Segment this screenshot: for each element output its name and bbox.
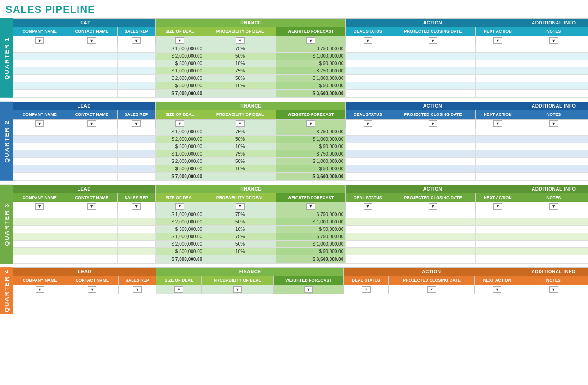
table-row: $ 500,000.0010%$ 50,000.00 [13, 143, 588, 150]
filter-dropdown-2[interactable]: ▼ [133, 286, 142, 293]
filter-row[interactable]: ▼▼▼▼▼▼▼▼▼▼ [13, 285, 588, 294]
table-row: $ 2,000,000.0050%$ 1,000,000.00 [13, 74, 588, 82]
sub-header-row: COMPANY NAMECONTACT NAMESALES REPSIZE OF… [13, 193, 588, 202]
quarter-3-block: QUARTER 3LEADFINANCEACTIONADDITIONAL INF… [0, 185, 588, 264]
filter-dropdown-3[interactable]: ▼ [175, 37, 184, 44]
table-row: $ 500,000.0010%$ 50,000.00 [13, 60, 588, 67]
filter-dropdown-6[interactable]: ▼ [364, 37, 372, 44]
filter-dropdown-7[interactable]: ▼ [429, 120, 438, 127]
sub-header-row: COMPANY NAMECONTACT NAMESALES REPSIZE OF… [13, 27, 588, 36]
table-row: $ 2,000,000.0050%$ 1,000,000.00 [13, 135, 588, 143]
filter-dropdown-8[interactable]: ▼ [493, 286, 502, 293]
filter-dropdown-5[interactable]: ▼ [304, 286, 313, 293]
quarter-2-table: LEADFINANCEACTIONADDITIONAL INFOCOMPANY … [13, 102, 588, 181]
filter-dropdown-9[interactable]: ▼ [549, 203, 558, 210]
filter-dropdown-4[interactable]: ▼ [236, 120, 245, 127]
total-row: $ 7,000,000.00$ 3,600,000.00 [13, 172, 588, 180]
category-header-row: LEADFINANCEACTIONADDITIONAL INFO [13, 185, 588, 193]
page-title: SALES PIPELINE [0, 0, 588, 18]
filter-dropdown-3[interactable]: ▼ [175, 203, 184, 210]
quarter-4-table: LEADFINANCEACTIONADDITIONAL INFOCOMPANY … [13, 267, 588, 294]
total-row: $ 7,000,000.00$ 3,600,000.00 [13, 255, 588, 264]
table-row: $ 1,000,000.0075%$ 750,000.00 [13, 233, 588, 241]
filter-row[interactable]: ▼▼▼▼▼▼▼▼▼▼ [13, 119, 588, 128]
quarter-4-block: QUARTER 4LEADFINANCEACTIONADDITIONAL INF… [0, 267, 588, 314]
filter-dropdown-5[interactable]: ▼ [306, 203, 315, 210]
table-row: $ 1,000,000.0075%$ 750,000.00 [13, 150, 588, 157]
table-row: $ 2,000,000.0050%$ 1,000,000.00 [13, 218, 588, 226]
total-row: $ 7,000,000.00$ 3,600,000.00 [13, 89, 588, 97]
filter-dropdown-8[interactable]: ▼ [493, 37, 502, 44]
quarter-2-block: QUARTER 2LEADFINANCEACTIONADDITIONAL INF… [0, 102, 588, 181]
filter-dropdown-9[interactable]: ▼ [549, 37, 558, 44]
filter-dropdown-4[interactable]: ▼ [236, 203, 245, 210]
table-row: $ 1,000,000.0075%$ 750,000.00 [13, 128, 588, 135]
sub-header-row: COMPANY NAMECONTACT NAMESALES REPSIZE OF… [13, 276, 588, 285]
filter-dropdown-8[interactable]: ▼ [493, 120, 502, 127]
filter-dropdown-0[interactable]: ▼ [36, 286, 44, 293]
filter-dropdown-9[interactable]: ▼ [549, 120, 558, 127]
filter-dropdown-9[interactable]: ▼ [549, 286, 558, 293]
filter-dropdown-7[interactable]: ▼ [427, 286, 436, 293]
filter-dropdown-8[interactable]: ▼ [493, 203, 502, 210]
table-row: $ 500,000.0010%$ 50,000.00 [13, 82, 588, 89]
filter-dropdown-3[interactable]: ▼ [174, 286, 183, 293]
sub-header-row: COMPANY NAMECONTACT NAMESALES REPSIZE OF… [13, 110, 588, 119]
quarter-1-label: QUARTER 1 [0, 18, 13, 98]
filter-dropdown-0[interactable]: ▼ [35, 120, 44, 127]
quarter-4-label: QUARTER 4 [0, 267, 13, 314]
quarter-1-table: LEADFINANCEACTIONADDITIONAL INFOCOMPANY … [13, 18, 588, 98]
table-row: $ 1,000,000.0075%$ 750,000.00 [13, 211, 588, 218]
table-row: $ 2,000,000.0050%$ 1,000,000.00 [13, 157, 588, 165]
category-header-row: LEADFINANCEACTIONADDITIONAL INFO [13, 19, 588, 27]
table-row: $ 500,000.0010%$ 50,000.00 [13, 248, 588, 255]
category-header-row: LEADFINANCEACTIONADDITIONAL INFO [13, 102, 588, 110]
filter-dropdown-4[interactable]: ▼ [236, 37, 245, 44]
filter-dropdown-3[interactable]: ▼ [175, 120, 184, 127]
category-header-row: LEADFINANCEACTIONADDITIONAL INFO [13, 268, 588, 276]
filter-dropdown-0[interactable]: ▼ [35, 37, 44, 44]
quarter-3-label: QUARTER 3 [0, 185, 13, 264]
table-row: $ 500,000.0010%$ 50,000.00 [13, 165, 588, 172]
quarter-3-table: LEADFINANCEACTIONADDITIONAL INFOCOMPANY … [13, 185, 588, 264]
filter-dropdown-2[interactable]: ▼ [132, 120, 141, 127]
filter-dropdown-1[interactable]: ▼ [87, 37, 96, 44]
filter-dropdown-1[interactable]: ▼ [87, 120, 96, 127]
filter-dropdown-6[interactable]: ▼ [364, 203, 372, 210]
filter-dropdown-7[interactable]: ▼ [429, 203, 438, 210]
filter-row[interactable]: ▼▼▼▼▼▼▼▼▼▼ [13, 202, 588, 211]
table-row: $ 1,000,000.0075%$ 750,000.00 [13, 45, 588, 52]
filter-row[interactable]: ▼▼▼▼▼▼▼▼▼▼ [13, 36, 588, 45]
filter-dropdown-6[interactable]: ▼ [362, 286, 371, 293]
filter-dropdown-2[interactable]: ▼ [132, 37, 141, 44]
table-row: $ 500,000.0010%$ 50,000.00 [13, 226, 588, 233]
table-row: $ 2,000,000.0050%$ 1,000,000.00 [13, 52, 588, 60]
filter-dropdown-1[interactable]: ▼ [88, 286, 96, 293]
quarter-1-block: QUARTER 1LEADFINANCEACTIONADDITIONAL INF… [0, 18, 588, 98]
filter-dropdown-5[interactable]: ▼ [306, 37, 315, 44]
filter-dropdown-0[interactable]: ▼ [35, 203, 44, 210]
filter-dropdown-5[interactable]: ▼ [306, 120, 315, 127]
filter-dropdown-1[interactable]: ▼ [87, 203, 96, 210]
table-row: $ 1,000,000.0075%$ 750,000.00 [13, 67, 588, 74]
table-row: $ 2,000,000.0050%$ 1,000,000.00 [13, 241, 588, 248]
filter-dropdown-2[interactable]: ▼ [132, 203, 141, 210]
filter-dropdown-7[interactable]: ▼ [429, 37, 438, 44]
quarter-2-label: QUARTER 2 [0, 102, 13, 181]
filter-dropdown-6[interactable]: ▼ [364, 120, 372, 127]
filter-dropdown-4[interactable]: ▼ [233, 286, 242, 293]
